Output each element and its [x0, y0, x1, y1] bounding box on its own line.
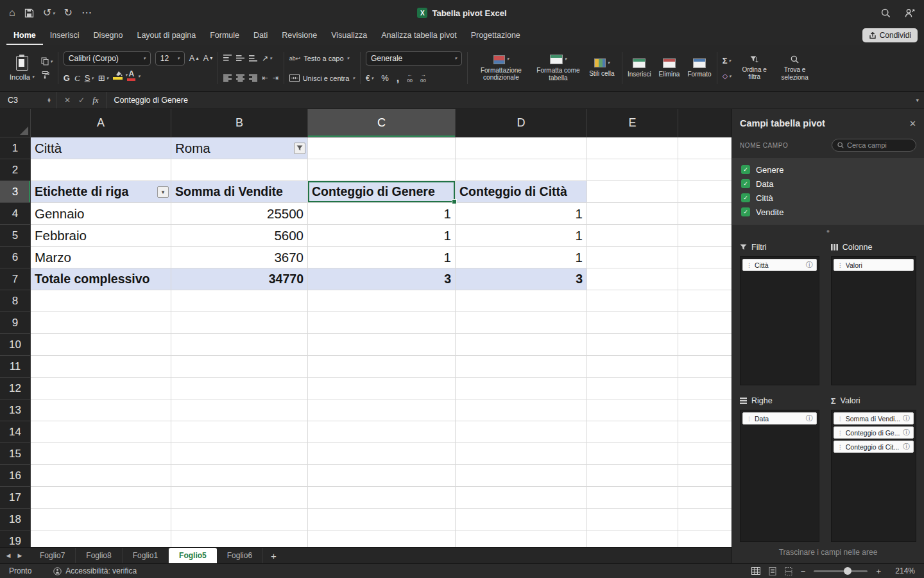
- cell-C10[interactable]: [308, 334, 456, 356]
- format-painter-button[interactable]: [41, 71, 53, 79]
- area-box-colonne[interactable]: ⋮Valori: [831, 256, 916, 385]
- cell-C11[interactable]: [308, 356, 456, 378]
- tab-inserisci[interactable]: Inserisci: [43, 26, 87, 45]
- cell-E19[interactable]: [587, 530, 678, 547]
- cell-B15[interactable]: [171, 443, 308, 465]
- cell-D7[interactable]: 3: [456, 268, 587, 290]
- zoom-slider-thumb[interactable]: [844, 567, 851, 575]
- cell-A13[interactable]: [31, 399, 171, 421]
- cell-B5[interactable]: 5600: [171, 225, 308, 247]
- redo-icon[interactable]: ↻: [64, 8, 73, 18]
- conditional-formatting-button[interactable]: ▾ Formattazione condizionale: [473, 55, 529, 82]
- field-vendite[interactable]: ✓Vendite: [741, 205, 915, 219]
- close-icon[interactable]: ✕: [909, 119, 916, 128]
- row-header-14[interactable]: 14: [0, 421, 31, 443]
- column-header-D[interactable]: D: [456, 109, 587, 137]
- undo-icon[interactable]: ↺▾: [43, 8, 55, 18]
- cell-B17[interactable]: [171, 487, 308, 509]
- field-chip[interactable]: ⋮Conteggio di Cit...ⓘ: [834, 441, 914, 453]
- wrap-text-button[interactable]: ab↩ Testo a capo▾: [289, 55, 349, 62]
- cell-B2[interactable]: [171, 159, 308, 181]
- share-button[interactable]: Condividi: [862, 28, 918, 42]
- cell-C3[interactable]: Conteggio di Genere: [308, 181, 456, 203]
- info-icon[interactable]: ⓘ: [806, 414, 813, 423]
- formula-input[interactable]: Conteggio di Genere: [107, 96, 916, 105]
- cell-C17[interactable]: [308, 487, 456, 509]
- cell-D4[interactable]: 1: [456, 203, 587, 225]
- cell-A18[interactable]: [31, 509, 171, 530]
- increase-font-button[interactable]: A▴: [189, 54, 199, 62]
- confirm-entry-icon[interactable]: ✓: [78, 96, 85, 105]
- area-box-righe[interactable]: ⋮Dataⓘ: [740, 410, 819, 542]
- cell-C7[interactable]: 3: [308, 268, 456, 290]
- cell-F15[interactable]: [678, 443, 732, 465]
- cell-D19[interactable]: [456, 530, 587, 547]
- row-header-10[interactable]: 10: [0, 334, 31, 356]
- checkbox-checked-icon[interactable]: ✓: [741, 207, 750, 216]
- delete-cells-button[interactable]: Elimina: [659, 58, 680, 78]
- format-cells-button[interactable]: Formato: [687, 58, 711, 78]
- paste-button[interactable]: Incolla▾: [7, 56, 37, 81]
- sheet-tab-foglio5[interactable]: Foglio5: [169, 548, 217, 563]
- checkbox-checked-icon[interactable]: ✓: [741, 193, 750, 202]
- cell-D11[interactable]: [456, 356, 587, 378]
- tab-home[interactable]: Home: [6, 26, 43, 45]
- tab-dati[interactable]: Dati: [246, 26, 275, 45]
- cell-E5[interactable]: [587, 225, 678, 247]
- cell-C5[interactable]: 1: [308, 225, 456, 247]
- decrease-indent-icon[interactable]: ⇤: [262, 74, 268, 82]
- row-header-4[interactable]: 4: [0, 203, 31, 225]
- tab-disegno[interactable]: Disegno: [87, 26, 130, 45]
- cell-E7[interactable]: [587, 268, 678, 290]
- cell-E14[interactable]: [587, 421, 678, 443]
- sheet-tab-foglio7[interactable]: Foglio7: [30, 548, 76, 563]
- underline-button[interactable]: S▾: [85, 74, 94, 82]
- cell-B19[interactable]: [171, 530, 308, 547]
- accessibility-status[interactable]: Accessibilità: verifica: [53, 566, 137, 575]
- row-header-11[interactable]: 11: [0, 356, 31, 378]
- area-box-filtri[interactable]: ⋮Cittàⓘ: [740, 256, 819, 385]
- cell-E12[interactable]: [587, 378, 678, 399]
- checkbox-checked-icon[interactable]: ✓: [741, 165, 750, 174]
- cell-A7[interactable]: Totale complessivo: [31, 268, 171, 290]
- cell-A4[interactable]: Gennaio: [31, 203, 171, 225]
- cell-F2[interactable]: [678, 159, 732, 181]
- cell-B9[interactable]: [171, 312, 308, 334]
- cell-B16[interactable]: [171, 465, 308, 487]
- add-sheet-button[interactable]: +: [271, 550, 277, 561]
- find-select-button[interactable]: Trova e seleziona: [778, 55, 812, 81]
- cell-D17[interactable]: [456, 487, 587, 509]
- zoom-out-button[interactable]: −: [801, 566, 806, 576]
- cell-B8[interactable]: [171, 290, 308, 312]
- cell-F12[interactable]: [678, 378, 732, 399]
- field-chip[interactable]: ⋮Somma di Vendi...ⓘ: [834, 412, 914, 425]
- align-right-icon[interactable]: [249, 74, 257, 82]
- cell-C18[interactable]: [308, 509, 456, 530]
- panel-resize-dot[interactable]: ●: [740, 228, 916, 234]
- search-fields-input[interactable]: Cerca campi: [832, 139, 916, 152]
- cell-F9[interactable]: [678, 312, 732, 334]
- cell-F18[interactable]: [678, 509, 732, 530]
- tab-formule[interactable]: Formule: [203, 26, 246, 45]
- row-header-17[interactable]: 17: [0, 487, 31, 509]
- cell-A2[interactable]: [31, 159, 171, 181]
- sheet-tab-foglio8[interactable]: Foglio8: [76, 548, 122, 563]
- sort-filter-button[interactable]: Ordina e filtra: [738, 56, 771, 81]
- cell-C2[interactable]: [308, 159, 456, 181]
- cell-D13[interactable]: [456, 399, 587, 421]
- cell-C14[interactable]: [308, 421, 456, 443]
- align-left-icon[interactable]: [223, 74, 232, 82]
- tab-layout-di-pagina[interactable]: Layout di pagina: [130, 26, 203, 45]
- cell-A8[interactable]: [31, 290, 171, 312]
- cell-F7[interactable]: [678, 268, 732, 290]
- increase-indent-icon[interactable]: ⇥: [272, 74, 278, 82]
- cell-C15[interactable]: [308, 443, 456, 465]
- info-icon[interactable]: ⓘ: [903, 442, 910, 451]
- cell-A5[interactable]: Febbraio: [31, 225, 171, 247]
- cell-D1[interactable]: [456, 137, 587, 159]
- row-header-8[interactable]: 8: [0, 290, 31, 312]
- orientation-button[interactable]: ↗▾: [262, 55, 272, 62]
- decrease-font-button[interactable]: A▾: [203, 54, 213, 62]
- cell-A16[interactable]: [31, 465, 171, 487]
- cell-E8[interactable]: [587, 290, 678, 312]
